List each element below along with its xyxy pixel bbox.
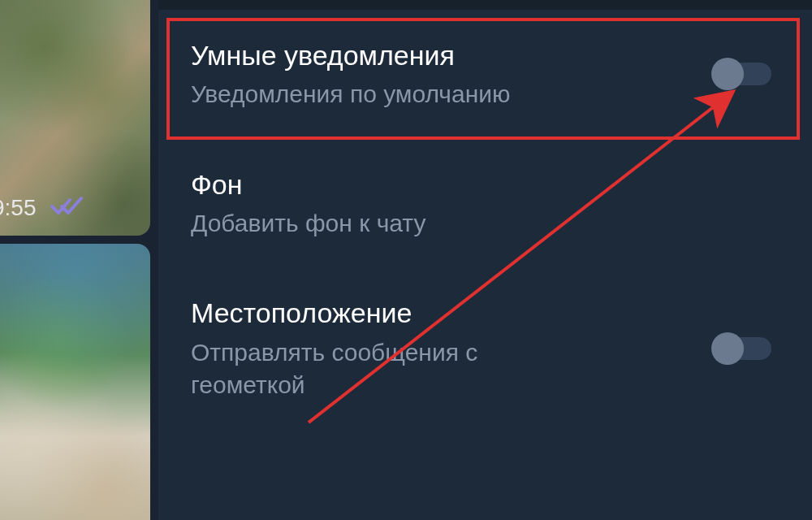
chat-timestamp: 9:55 [0, 195, 37, 221]
setting-subtitle: Уведомления по умолчанию [191, 78, 581, 111]
setting-smart-notifications[interactable]: Умные уведомления Уведомления по умолчан… [158, 26, 812, 123]
chat-list-item[interactable]: 9:55 [0, 0, 150, 236]
setting-subtitle: Добавить фон к чату [191, 207, 581, 240]
setting-title: Местоположение [191, 295, 780, 331]
setting-background[interactable]: Фон Добавить фон к чату [158, 155, 812, 252]
setting-title: Умные уведомления [191, 37, 780, 73]
toggle-knob [711, 58, 744, 90]
setting-location[interactable]: Местоположение Отправлять сообщения с ге… [158, 284, 812, 413]
setting-title: Фон [191, 167, 780, 202]
chat-list-item[interactable] [0, 244, 150, 520]
location-toggle[interactable] [713, 334, 771, 363]
read-checkmarks-icon [50, 195, 84, 221]
toggle-knob [711, 332, 744, 365]
settings-panel: Умные уведомления Уведомления по умолчан… [158, 0, 812, 520]
smart-notifications-toggle[interactable] [713, 59, 771, 89]
chat-thumbnail [0, 244, 150, 520]
setting-subtitle: Отправлять сообщения с геометкой [191, 336, 581, 402]
sidebar: 9:55 [0, 0, 150, 520]
panel-top-bar [158, 0, 812, 10]
